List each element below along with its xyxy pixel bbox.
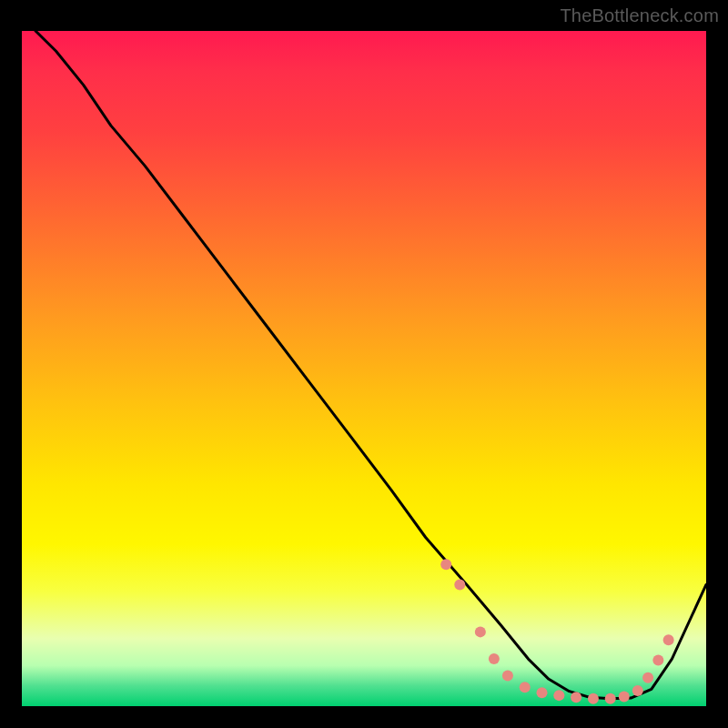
watermark-text: TheBottleneck.com: [560, 5, 719, 26]
marker-dot: [537, 687, 548, 698]
marker-dot: [663, 634, 674, 645]
curve-layer: [22, 31, 706, 706]
marker-dots: [440, 559, 673, 704]
bottleneck-curve: [35, 31, 706, 699]
marker-dot: [571, 692, 581, 703]
marker-dot: [605, 693, 616, 704]
marker-dot: [632, 685, 643, 696]
marker-dot: [454, 579, 465, 590]
marker-dot: [553, 690, 564, 701]
marker-dot: [588, 693, 599, 704]
marker-dot: [440, 559, 451, 570]
marker-dot: [475, 626, 486, 637]
marker-dot: [520, 682, 531, 693]
marker-dot: [652, 655, 663, 666]
plot-area: [22, 31, 706, 706]
marker-dot: [502, 671, 513, 682]
marker-dot: [619, 692, 630, 703]
marker-dot: [489, 653, 500, 664]
chart-frame: TheBottleneck.com: [0, 0, 728, 728]
marker-dot: [642, 672, 653, 683]
